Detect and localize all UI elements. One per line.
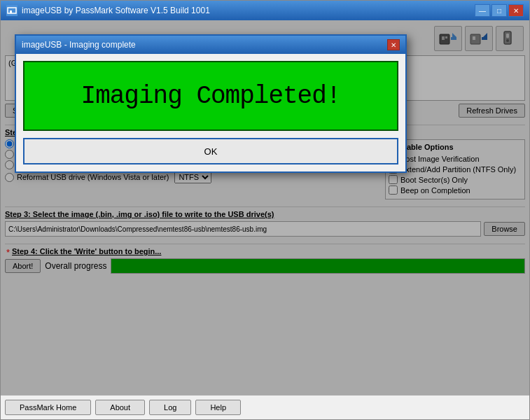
- modal-body: Imaging Completed! OK: [16, 54, 405, 172]
- bottom-bar: PassMark Home About Log Help: [1, 395, 529, 419]
- close-button[interactable]: ✕: [508, 4, 524, 17]
- modal-close-button[interactable]: ✕: [387, 39, 400, 50]
- main-window: imageUSB by PassMark Software V1.5 Build…: [0, 0, 530, 420]
- log-button[interactable]: Log: [149, 400, 191, 415]
- main-title-bar: imageUSB by PassMark Software V1.5 Build…: [1, 1, 529, 20]
- svg-rect-1: [10, 10, 12, 13]
- help-button[interactable]: Help: [195, 400, 241, 415]
- modal-success-banner: Imaging Completed!: [23, 61, 398, 131]
- modal-overlay: imageUSB - Imaging complete ✕ Imaging Co…: [1, 20, 529, 395]
- minimize-button[interactable]: —: [475, 4, 490, 17]
- modal-title: imageUSB - Imaging complete: [22, 40, 136, 50]
- about-button[interactable]: About: [95, 400, 145, 415]
- passmark-home-button[interactable]: PassMark Home: [5, 400, 91, 415]
- modal-ok-button[interactable]: OK: [23, 138, 398, 164]
- modal-success-text: Imaging Completed!: [81, 82, 341, 111]
- maximize-button[interactable]: □: [491, 4, 507, 17]
- main-title: imageUSB by PassMark Software V1.5 Build…: [22, 6, 210, 15]
- app-icon: [6, 5, 18, 16]
- modal-title-bar: imageUSB - Imaging complete ✕: [16, 36, 405, 54]
- main-content: (G): Select All Unselect All Drives Sele…: [1, 20, 529, 395]
- imaging-complete-modal: imageUSB - Imaging complete ✕ Imaging Co…: [15, 34, 407, 173]
